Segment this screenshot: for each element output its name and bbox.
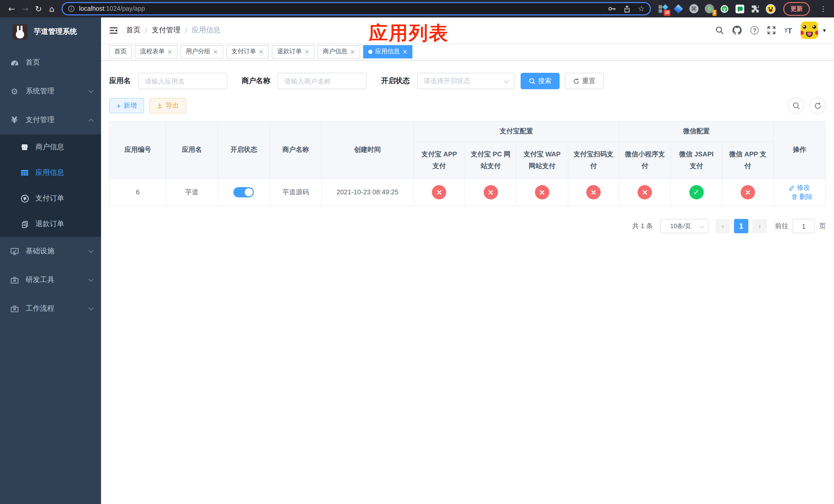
delete-link-label: 删除	[799, 192, 813, 201]
sidebar-item-app-info[interactable]: 应用信息	[0, 160, 101, 186]
fullscreen-icon[interactable]	[767, 26, 775, 35]
chevron-up-icon	[88, 118, 94, 123]
sidebar-logo[interactable]: 芋道管理系统	[0, 18, 101, 46]
next-page-button[interactable]: ›	[752, 219, 767, 233]
tab-close-icon[interactable]: ×	[213, 48, 218, 55]
address-bar[interactable]: localhost:1024/pay/app ☆	[62, 2, 651, 15]
goto-page-input[interactable]	[792, 219, 815, 233]
col-alipay-qr: 支付宝扫码支付	[568, 142, 619, 179]
avatar-caret-icon[interactable]: ▾	[823, 27, 826, 33]
extension-command-icon[interactable]: ⌘	[689, 4, 699, 14]
tab-process-form[interactable]: 流程表单×	[135, 45, 177, 58]
prev-page-button[interactable]: ‹	[716, 219, 730, 233]
url-text[interactable]: localhost:1024/pay/app	[79, 5, 145, 12]
bookmark-star-icon[interactable]: ☆	[638, 4, 645, 13]
tab-close-icon[interactable]: ×	[167, 48, 172, 55]
sidebar-item-infrastructure[interactable]: 基础设施	[0, 237, 101, 266]
page-size-select[interactable]: 10条/页	[660, 219, 708, 233]
sidebar-item-payment[interactable]: ¥ 支付管理	[0, 106, 101, 134]
profile-avatar-icon[interactable]	[766, 4, 775, 14]
delete-link[interactable]: 删除	[792, 192, 813, 201]
tab-label: 商户信息	[323, 47, 348, 56]
extension-chat-icon[interactable]	[735, 4, 745, 14]
browser-update-button[interactable]: 更新	[783, 2, 810, 16]
tab-close-icon[interactable]: ×	[402, 48, 408, 55]
sidebar-menu: 首页 ⚙ 系统管理 ¥ 支付管理	[0, 48, 101, 323]
sidebar-collapse-icon[interactable]	[109, 26, 118, 35]
browser-home-icon[interactable]: ⌂	[45, 4, 59, 14]
merchant-name-input[interactable]	[278, 73, 367, 89]
page-number-button[interactable]: 1	[734, 219, 748, 233]
logo-rabbit-avatar	[12, 24, 28, 40]
extensions-puzzle-icon[interactable]	[750, 4, 760, 14]
help-icon[interactable]: ?	[750, 26, 759, 35]
sidebar-item-label: 基础设施	[26, 247, 54, 256]
cell-wechat-app: ×	[722, 179, 774, 205]
status-select[interactable]: 请选择开启状态	[417, 73, 514, 89]
browser-reload-icon[interactable]: ↻	[32, 4, 45, 14]
tab-close-icon[interactable]: ×	[304, 48, 309, 55]
chevron-down-icon	[88, 88, 94, 93]
cell-actions: 修改 删除	[773, 179, 826, 205]
search-button[interactable]: 搜索	[521, 73, 559, 89]
share-icon[interactable]	[623, 5, 631, 13]
download-icon	[156, 102, 163, 109]
password-key-icon[interactable]	[608, 5, 616, 13]
tab-home[interactable]: 首页	[109, 45, 132, 58]
tab-refund-order[interactable]: 退款订单×	[272, 45, 314, 58]
browser-menu-icon[interactable]: ⋮	[815, 5, 829, 13]
fail-status-icon: ×	[535, 185, 549, 199]
app-name-input[interactable]	[138, 73, 227, 89]
monitor-icon	[10, 247, 19, 256]
pagination-goto: 前往 页	[775, 219, 826, 233]
edit-link[interactable]: 修改	[789, 183, 810, 192]
user-avatar[interactable]	[801, 22, 818, 39]
col-wechat-app: 微信 APP 支付	[722, 142, 774, 179]
screen: ← → ↻ ⌂ localhost:1024/pay/app ☆	[0, 0, 834, 504]
add-button[interactable]: + 新增	[109, 98, 144, 113]
breadcrumb-payment[interactable]: 支付管理	[152, 26, 180, 35]
font-size-icon[interactable]: TT	[784, 26, 792, 35]
site-info-icon[interactable]	[68, 5, 75, 12]
cell-app-name: 芋道	[166, 179, 218, 205]
export-button[interactable]: 导出	[149, 98, 186, 113]
extension-cast-icon[interactable]: 1	[704, 4, 714, 14]
browser-toolbar: ← → ↻ ⌂ localhost:1024/pay/app ☆	[0, 0, 834, 18]
browser-back-icon[interactable]: ←	[5, 4, 19, 14]
sidebar-item-pay-order[interactable]: ¥ 支付订单	[0, 186, 101, 211]
col-alipay-app: 支付宝 APP 支付	[413, 142, 465, 179]
sidebar-item-home[interactable]: 首页	[0, 48, 101, 77]
sidebar-item-merchant-info[interactable]: 商户信息	[0, 134, 101, 160]
extension-grid-icon[interactable]: 10	[658, 4, 668, 14]
sidebar-item-refund-order[interactable]: 退款订单	[0, 211, 101, 237]
show-search-toggle-button[interactable]	[788, 97, 804, 114]
browser-forward-icon[interactable]: →	[19, 4, 32, 14]
refresh-table-button[interactable]	[809, 97, 826, 114]
cell-wechat-mini: ×	[619, 179, 671, 205]
trash-icon	[792, 193, 798, 200]
sidebar-item-workflow[interactable]: 工作流程	[0, 294, 101, 323]
breadcrumb-home[interactable]: 首页	[126, 26, 140, 35]
tab-merchant-info[interactable]: 商户信息×	[318, 45, 360, 58]
cell-alipay-app: ×	[413, 179, 465, 205]
reset-button[interactable]: 重置	[565, 73, 604, 89]
github-icon[interactable]	[732, 26, 742, 35]
tab-user-group[interactable]: 用户分组×	[180, 45, 223, 58]
fail-status-icon: ×	[483, 185, 498, 199]
header-search-icon[interactable]	[716, 26, 724, 35]
extension-y-icon[interactable]: y	[720, 4, 729, 14]
tab-pay-order[interactable]: 支付订单×	[226, 45, 269, 58]
goto-label: 前往	[775, 222, 788, 231]
status-toggle[interactable]	[233, 187, 254, 197]
col-created: 创建时间	[321, 121, 413, 179]
extension-badge: 10	[664, 9, 671, 16]
sidebar-item-system[interactable]: ⚙ 系统管理	[0, 77, 101, 106]
refresh-icon	[573, 78, 579, 84]
extension-gem-icon[interactable]	[674, 4, 683, 14]
pencil-icon	[789, 184, 795, 190]
tab-close-icon[interactable]: ×	[259, 48, 264, 55]
cell-app-id: 6	[110, 179, 166, 205]
tab-app-info[interactable]: 应用信息×	[364, 45, 413, 58]
sidebar-item-dev-tools[interactable]: 研发工具	[0, 266, 101, 294]
tab-close-icon[interactable]: ×	[350, 48, 355, 55]
